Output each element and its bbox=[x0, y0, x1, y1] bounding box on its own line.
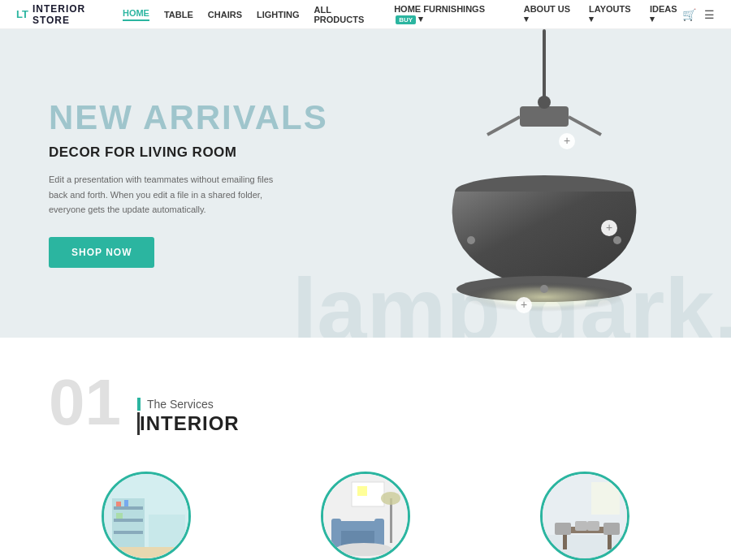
services-main-title: INTERIOR bbox=[137, 412, 240, 435]
nav-ideas[interactable]: IDEAS ▾ bbox=[650, 4, 682, 24]
logo: LT INTERIOR STORE bbox=[16, 3, 123, 26]
logo-name: INTERIOR STORE bbox=[32, 3, 123, 26]
trusted-image bbox=[323, 474, 408, 558]
svg-rect-32 bbox=[331, 519, 341, 547]
nav-home[interactable]: HOME bbox=[123, 8, 149, 21]
svg-point-9 bbox=[613, 236, 621, 244]
services-title-group: The Services INTERIOR bbox=[137, 398, 240, 435]
svg-rect-41 bbox=[608, 533, 612, 549]
service-img-professionals bbox=[102, 472, 191, 560]
nav-badge: BUY bbox=[396, 15, 416, 24]
nav-table[interactable]: TABLE bbox=[164, 10, 193, 19]
service-img-trusted bbox=[321, 472, 410, 560]
svg-text:+: + bbox=[606, 221, 612, 234]
svg-rect-1 bbox=[520, 106, 569, 127]
nav-chairs[interactable]: CHAIRS bbox=[208, 10, 242, 19]
svg-rect-34 bbox=[390, 498, 392, 543]
svg-rect-25 bbox=[116, 513, 123, 519]
nav-home-furnishings[interactable]: HOME FURNISHINGS BUY ▾ bbox=[394, 4, 509, 24]
svg-rect-33 bbox=[374, 519, 384, 547]
svg-rect-19 bbox=[149, 515, 185, 547]
svg-rect-42 bbox=[555, 523, 571, 535]
svg-rect-28 bbox=[352, 482, 384, 506]
svg-rect-43 bbox=[603, 523, 620, 535]
service-card-trusted: TRUSTED Lorem ipsum dolor sit amet, cons… bbox=[268, 463, 463, 560]
nav-lighting[interactable]: LIGHTING bbox=[257, 10, 300, 19]
hero-subtitle: DECOR FOR LIVING ROOM bbox=[49, 144, 328, 161]
svg-rect-21 bbox=[114, 519, 143, 522]
nav-about-us[interactable]: ABOUT US ▾ bbox=[524, 4, 574, 24]
svg-text:+: + bbox=[564, 134, 570, 147]
nav-action-icons: 🛒 ☰ bbox=[682, 8, 715, 21]
services-section: 01 The Services INTERIOR bbox=[0, 338, 731, 560]
navbar: LT INTERIOR STORE HOME TABLE CHAIRS LIGH… bbox=[0, 0, 731, 29]
expert-image bbox=[543, 474, 627, 558]
svg-point-36 bbox=[335, 543, 392, 556]
services-number: 01 bbox=[49, 370, 121, 435]
svg-rect-45 bbox=[587, 521, 599, 531]
shop-now-button[interactable]: SHOP NOW bbox=[49, 237, 154, 268]
nav-layouts[interactable]: LAYOUTS ▾ bbox=[589, 4, 635, 24]
svg-rect-44 bbox=[575, 521, 587, 531]
professionals-image bbox=[104, 474, 188, 558]
svg-point-2 bbox=[538, 96, 551, 109]
svg-rect-29 bbox=[357, 486, 367, 496]
nav-links: HOME TABLE CHAIRS LIGHTING ALL PRODUCTS … bbox=[123, 4, 682, 24]
svg-rect-22 bbox=[114, 531, 143, 534]
svg-rect-46 bbox=[591, 482, 620, 515]
menu-icon[interactable]: ☰ bbox=[704, 8, 715, 21]
services-label: The Services bbox=[137, 398, 240, 411]
nav-all-products[interactable]: ALL PRODUCTS bbox=[314, 5, 380, 24]
service-img-expert bbox=[540, 472, 629, 560]
svg-rect-40 bbox=[563, 533, 567, 549]
svg-point-35 bbox=[381, 492, 400, 505]
service-cards: PROFESSIONALS Lorem ipsum dolor sit amet… bbox=[49, 463, 682, 560]
lamp-illustration: + + + bbox=[422, 29, 666, 338]
cart-icon[interactable]: 🛒 bbox=[682, 8, 696, 21]
services-header: 01 The Services INTERIOR bbox=[49, 370, 682, 435]
hero-new-arrivals: NEW ARRIVALS bbox=[49, 99, 328, 136]
svg-point-8 bbox=[467, 236, 475, 244]
svg-rect-20 bbox=[114, 506, 143, 510]
svg-line-4 bbox=[569, 117, 601, 135]
svg-line-3 bbox=[487, 117, 520, 135]
svg-rect-24 bbox=[124, 500, 128, 506]
svg-rect-26 bbox=[104, 547, 188, 558]
hero-description: Edit a presentation with teammates witho… bbox=[49, 172, 276, 218]
hero-section: lamp dark. NEW ARRIVALS DECOR FOR LIVING… bbox=[0, 29, 731, 338]
svg-rect-23 bbox=[116, 502, 121, 506]
service-card-professionals: PROFESSIONALS Lorem ipsum dolor sit amet… bbox=[49, 463, 244, 560]
hero-content: NEW ARRIVALS DECOR FOR LIVING ROOM Edit … bbox=[0, 99, 328, 268]
svg-text:+: + bbox=[521, 298, 527, 311]
svg-point-10 bbox=[540, 285, 548, 293]
logo-lt: LT bbox=[16, 8, 28, 20]
service-card-expert: EXPERT DESIGN Lorem ipsum dolor sit amet… bbox=[487, 463, 682, 560]
